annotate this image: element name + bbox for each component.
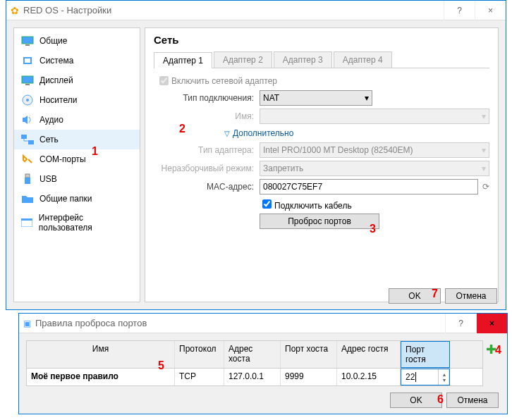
monitor-icon	[21, 35, 34, 47]
promisc-label: Неразборчивый режим:	[154, 163, 260, 173]
adapter-type-select: Intel PRO/1000 MT Desktop (82540EM)▾	[260, 142, 489, 158]
sidebar-item-label: Общие	[39, 36, 67, 46]
sidebar-item-label: Аудио	[39, 115, 63, 125]
mac-label: MAC-адрес:	[154, 182, 260, 192]
cell-host-addr[interactable]: 127.0.0.1	[224, 369, 281, 385]
gear-icon: ✿	[11, 5, 19, 16]
adapter-type-label: Тип адаптера:	[154, 145, 260, 155]
svg-rect-1	[25, 44, 30, 46]
svg-rect-11	[25, 178, 30, 184]
speaker-icon	[21, 114, 34, 125]
triangle-down-icon: ▽	[224, 130, 230, 137]
sidebar-item-label: COM-порты	[39, 154, 86, 164]
conn-type-select[interactable]: NAT▾	[260, 90, 372, 106]
sidebar-item-audio[interactable]: Аудио	[14, 110, 140, 130]
cable-checkbox[interactable]	[262, 199, 272, 209]
tab-adapter-4[interactable]: Адаптер 4	[334, 51, 392, 68]
svg-rect-5	[25, 84, 30, 85]
tab-adapter-2[interactable]: Адаптер 2	[214, 51, 272, 68]
plug-icon	[21, 154, 34, 165]
cable-label: Подключить кабель	[274, 201, 352, 211]
port-rules-window: ▣ Правила проброса портов ? × Имя Проток…	[18, 313, 508, 414]
app-icon: ▣	[23, 319, 31, 328]
sidebar-item-label: Дисплей	[39, 75, 73, 85]
cancel-button[interactable]: Отмена	[445, 288, 497, 304]
refresh-icon[interactable]: ⟳	[482, 182, 489, 192]
promisc-select: Запретить▾	[260, 161, 489, 176]
cell-guest-port[interactable]: 22 ▴▾	[401, 369, 450, 385]
col-host-port[interactable]: Порт хоста	[281, 341, 337, 368]
sidebar-item-network[interactable]: Сеть	[14, 130, 140, 149]
col-protocol[interactable]: Протокол	[175, 341, 224, 368]
close-button[interactable]: ×	[475, 1, 506, 20]
sidebar-item-storage[interactable]: Носители	[14, 90, 140, 110]
advanced-toggle[interactable]: ▽ Дополнительно	[224, 128, 489, 138]
sidebar-item-label: Интерфейс пользователя	[39, 213, 133, 233]
display-icon	[21, 75, 34, 86]
conn-type-label: Тип подключения:	[154, 93, 260, 103]
port-forward-button[interactable]: Проброс портов	[260, 214, 379, 229]
cell-protocol[interactable]: TCP	[175, 369, 224, 385]
name-label: Имя:	[154, 111, 260, 121]
rules-table: Имя Протокол Адрес хоста Порт хоста Адре…	[26, 340, 483, 386]
table-header: Имя Протокол Адрес хоста Порт хоста Адре…	[27, 341, 482, 369]
sidebar-item-shared[interactable]: Общие папки	[14, 189, 140, 209]
usb-icon	[21, 173, 34, 185]
svg-rect-0	[22, 37, 33, 44]
sidebar-item-label: Система	[39, 56, 73, 66]
svg-point-7	[26, 99, 29, 101]
ok-button[interactable]: OK	[389, 288, 441, 304]
content-heading: Сеть	[154, 34, 489, 46]
sidebar-item-label: Сеть	[39, 135, 59, 144]
chevron-down-icon: ▾	[365, 93, 369, 103]
help-button[interactable]: ?	[445, 314, 476, 333]
cell-guest-addr[interactable]: 10.0.2.15	[337, 369, 401, 385]
sidebar-item-system[interactable]: Система	[14, 51, 140, 70]
svg-rect-8	[21, 135, 27, 139]
col-host-addr[interactable]: Адрес хоста	[224, 341, 281, 368]
sidebar-item-general[interactable]: Общие	[14, 31, 140, 51]
chip-icon	[21, 55, 34, 66]
table-row[interactable]: Моё первое правило TCP 127.0.0.1 9999 10…	[27, 369, 482, 385]
folder-icon	[21, 193, 34, 204]
ok-button[interactable]: OK	[390, 393, 442, 408]
chevron-down-icon: ▾	[443, 378, 444, 383]
add-rule-icon[interactable]: ✚	[486, 342, 496, 357]
spinner[interactable]: ▴▾	[438, 369, 449, 385]
close-button[interactable]: ×	[476, 314, 507, 333]
window-title: Правила проброса портов	[35, 318, 445, 328]
name-select: ▾	[260, 109, 489, 124]
settings-window: ✿ RED OS - Настройки ? × Общие Система Д…	[6, 0, 506, 310]
titlebar: ▣ Правила проброса портов ? ×	[19, 314, 507, 333]
tab-adapter-3[interactable]: Адаптер 3	[274, 51, 332, 68]
sidebar-item-serial[interactable]: COM-порты	[14, 149, 140, 169]
cell-host-port[interactable]: 9999	[281, 369, 337, 385]
cancel-button[interactable]: Отмена	[446, 393, 499, 408]
tab-adapter-1[interactable]: Адаптер 1	[154, 52, 212, 68]
mac-input[interactable]	[260, 179, 478, 194]
sidebar-item-label: Общие папки	[39, 194, 92, 204]
network-icon	[21, 134, 34, 145]
sidebar-item-display[interactable]: Дисплей	[14, 70, 140, 90]
chevron-down-icon: ▾	[482, 163, 486, 173]
window-icon	[21, 217, 33, 228]
sidebar-item-usb[interactable]: USB	[14, 169, 140, 189]
sidebar-item-label: USB	[39, 174, 57, 184]
titlebar: ✿ RED OS - Настройки ? ×	[6, 1, 506, 20]
sidebar-item-label: Носители	[39, 95, 77, 105]
chevron-down-icon: ▾	[482, 111, 486, 121]
window-title: RED OS - Настройки	[23, 5, 444, 16]
col-name[interactable]: Имя	[27, 341, 175, 368]
sidebar: Общие Система Дисплей Носители Аудио Сет…	[13, 27, 140, 302]
help-button[interactable]: ?	[444, 1, 475, 20]
disk-icon	[21, 94, 34, 106]
cell-name[interactable]: Моё первое правило	[27, 369, 175, 385]
sidebar-item-ui[interactable]: Интерфейс пользователя	[14, 209, 140, 237]
svg-rect-3	[25, 58, 30, 63]
enable-adapter-checkbox[interactable]	[159, 76, 169, 85]
enable-adapter-label: Включить сетевой адаптер	[171, 76, 277, 86]
chevron-down-icon: ▾	[482, 145, 486, 155]
col-guest-port[interactable]: Порт гостя	[401, 341, 450, 368]
svg-rect-4	[22, 76, 33, 83]
col-guest-addr[interactable]: Адрес гостя	[337, 341, 401, 368]
